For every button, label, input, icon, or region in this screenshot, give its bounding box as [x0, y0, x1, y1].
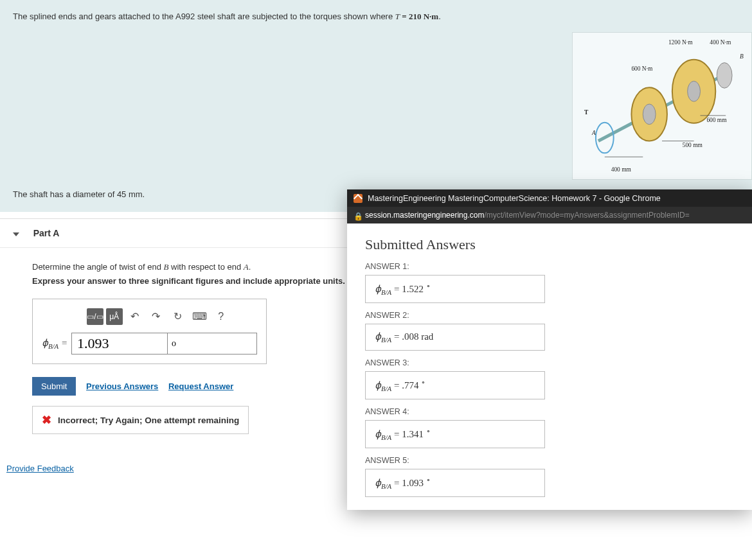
problem-intro: The splined ends and gears attached to t…: [13, 12, 739, 22]
diag-T: T: [584, 109, 589, 116]
popup-title: MasteringEngineering MasteringComputerSc…: [368, 194, 661, 203]
answer-value-box: ϕB/A = 1.341 ∘: [365, 420, 545, 448]
diag-d1: 400 mm: [611, 166, 632, 173]
incorrect-icon: ✖: [42, 413, 51, 427]
undo-button[interactable]: ↶: [125, 308, 144, 325]
answers-popup-window: MasteringEngineering MasteringComputerSc…: [347, 189, 752, 510]
url-path: /myct/itemView?mode=myAnswers&assignment…: [484, 211, 689, 220]
answer-lhs: ϕB/A =: [42, 337, 71, 350]
shaft-diagram: 1200 N·m 400 N·m 600 N·m T A B 400 mm 50…: [572, 32, 752, 180]
popup-heading: Submitted Answers: [365, 236, 734, 253]
submit-button[interactable]: Submit: [32, 377, 76, 396]
site-favicon-icon: [354, 194, 363, 203]
popup-body: Submitted Answers ANSWER 1:ϕB/A = 1.522 …: [347, 223, 752, 510]
answer-label: ANSWER 2:: [365, 311, 734, 320]
diag-B: B: [740, 53, 744, 60]
help-button[interactable]: ?: [211, 308, 231, 325]
answer-label: ANSWER 5:: [365, 456, 734, 465]
diag-t1: 1200 N·m: [668, 39, 693, 46]
popup-titlebar[interactable]: MasteringEngineering MasteringComputerSc…: [347, 190, 752, 207]
answer-value-box: ϕB/A = .774 ∘: [365, 371, 545, 399]
answer-value-input[interactable]: [71, 333, 168, 354]
answer-value-box: ϕB/A = 1.093 ∘: [365, 469, 545, 497]
templates-button[interactable]: ▭/▭: [87, 308, 103, 325]
answer-value-box: ϕB/A = 1.522 ∘: [365, 275, 545, 303]
answer-unit-input[interactable]: [167, 333, 257, 354]
svg-point-3: [643, 104, 656, 125]
answer-input-row: ϕB/A =: [42, 333, 257, 354]
popup-urlbar[interactable]: 🔒 session.masteringengineering.com/myct/…: [347, 207, 752, 223]
svg-point-5: [688, 81, 701, 101]
diag-d3: 600 mm: [706, 117, 727, 123]
part-title: Part A: [33, 228, 60, 238]
svg-point-6: [717, 63, 732, 89]
diag-t3: 600 N·m: [631, 66, 653, 72]
keyboard-button[interactable]: ⌨: [190, 308, 209, 325]
problem-statement: The splined ends and gears attached to t…: [0, 0, 752, 180]
answer-entry-box: ▭/▭ μÅ ↶ ↷ ↻ ⌨ ? ϕB/A =: [32, 299, 267, 364]
answer-value-box: ϕB/A = .008 rad: [365, 324, 545, 351]
torque-val: = 210 N·m: [400, 12, 438, 21]
equation-toolbar: ▭/▭ μÅ ↶ ↷ ↻ ⌨ ?: [87, 308, 257, 325]
diag-A: A: [591, 130, 596, 136]
answers-list: ANSWER 1:ϕB/A = 1.522 ∘ANSWER 2:ϕB/A = .…: [365, 262, 734, 497]
provide-feedback-link[interactable]: Provide Feedback: [6, 464, 74, 473]
redo-button[interactable]: ↷: [147, 308, 166, 325]
intro-text: The splined ends and gears attached to t…: [13, 12, 395, 21]
answer-label: ANSWER 1:: [365, 262, 734, 271]
intro-suffix: .: [438, 12, 441, 21]
lock-icon: 🔒: [354, 212, 360, 218]
collapse-caret-icon[interactable]: [13, 232, 19, 236]
previous-answers-link[interactable]: Previous Answers: [86, 381, 158, 391]
reset-button[interactable]: ↻: [168, 308, 188, 325]
request-answer-link[interactable]: Request Answer: [168, 381, 233, 391]
answer-label: ANSWER 3:: [365, 358, 734, 367]
feedback-message: Incorrect; Try Again; One attempt remain…: [58, 416, 239, 425]
url-host: session.masteringengineering.com: [365, 211, 484, 220]
units-button[interactable]: μÅ: [106, 308, 123, 325]
answer-label: ANSWER 4:: [365, 407, 734, 416]
feedback-box: ✖ Incorrect; Try Again; One attempt rema…: [32, 406, 249, 434]
torque-var: T: [395, 12, 400, 21]
diag-d2: 500 mm: [683, 142, 703, 148]
diag-t2: 400 N·m: [710, 39, 731, 46]
